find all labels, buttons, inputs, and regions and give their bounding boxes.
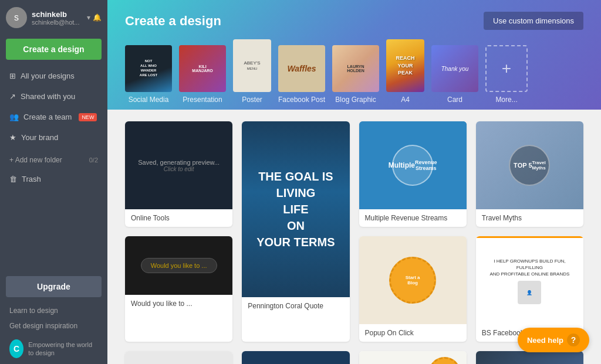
star-icon: ★: [9, 133, 16, 142]
create-panel-top: Create a design Use custom dimensions: [125, 12, 583, 30]
design-thumb: TOP 5TravelMyths: [476, 121, 583, 209]
design-inspiration-link[interactable]: Get design inspiration: [0, 318, 107, 334]
design-card-revenue[interactable]: MultipleRevenueStreams Multiple Revenue …: [359, 121, 467, 227]
user-info: schinkelb schinkelb@hot...: [32, 10, 82, 26]
dropdown-icon[interactable]: ▾: [87, 13, 90, 22]
template-social-media[interactable]: NOTALL WHOWANDERARE LOST Social Media: [125, 45, 172, 110]
page-title: Create a design: [125, 13, 221, 29]
canva-branding: C Empowering the world to design: [0, 334, 107, 364]
main-content: Create a design Use custom dimensions NO…: [107, 0, 601, 364]
design-title: Pennington Coral Quote: [242, 297, 349, 315]
design-thumb: 🎯 HOSTING: [476, 351, 583, 364]
sidebar-item-trash[interactable]: 🗑 Trash: [0, 169, 107, 189]
design-preview-text: Saved, generating preview...: [138, 159, 220, 166]
template-poster[interactable]: ABEY'SMENU Poster: [233, 39, 271, 110]
folder-count: 0/2: [89, 157, 98, 164]
designs-grid: Saved, generating preview... Click to ed…: [125, 121, 583, 364]
sidebar-item-label: Shared with you: [21, 92, 75, 101]
sidebar-item-create-team[interactable]: 👥 Create a team NEW: [0, 107, 107, 127]
design-thumb: Would you like to ...: [125, 236, 232, 295]
sidebar: s schinkelb schinkelb@hot... ▾ 🔔 Create …: [0, 0, 107, 364]
template-presentation[interactable]: KILIMANJARO Presentation: [179, 45, 226, 110]
design-thumb: Saved, generating preview... Click to ed…: [125, 121, 232, 209]
need-help-button[interactable]: Need help ?: [518, 328, 589, 352]
template-label: Card: [447, 96, 462, 110]
templates-row: NOTALL WHOWANDERARE LOST Social Media KI…: [125, 39, 583, 110]
sidebar-item-all-designs[interactable]: ⊞ All your designs: [0, 66, 107, 86]
design-thumb: Start aBlog: [359, 236, 467, 324]
template-card[interactable]: Thank you Card: [431, 45, 478, 110]
canva-tagline: Empowering the world to design: [28, 341, 98, 358]
design-thumb: 📢 Promotion: [242, 351, 349, 364]
template-more[interactable]: + More...: [485, 45, 528, 110]
more-icon: +: [485, 45, 528, 92]
design-card-last[interactable]: 🎯 HOSTING: [476, 351, 583, 364]
upgrade-button[interactable]: Upgrade: [6, 276, 102, 297]
sidebar-spacer: [0, 189, 107, 270]
design-thumb: THE GOAL ISLIVINGLIFEONYOUR TERMS: [242, 121, 349, 297]
design-thumb: Start aBlogName: [125, 351, 232, 364]
help-icon: ?: [567, 334, 580, 346]
add-folder[interactable]: + Add new folder 0/2: [0, 151, 107, 169]
username: schinkelb: [32, 10, 82, 19]
create-design-button[interactable]: Create a design: [6, 39, 102, 60]
template-a4[interactable]: REACHYOURPEAK A4: [386, 39, 424, 110]
create-panel: Create a design Use custom dimensions NO…: [107, 0, 601, 110]
design-thumb: MultipleRevenueStreams: [359, 121, 467, 209]
canva-logo: C: [9, 339, 23, 358]
design-title: Travel Myths: [476, 209, 583, 227]
sidebar-item-label: Your brand: [21, 133, 58, 142]
design-title: Would you like to ...: [125, 295, 232, 312]
new-badge: NEW: [79, 113, 97, 121]
design-card-pennington[interactable]: THE GOAL ISLIVINGLIFEONYOUR TERMS Pennin…: [242, 121, 349, 342]
template-label: Social Media: [129, 96, 169, 110]
design-title: Multiple Revenue Streams: [359, 209, 467, 227]
share-icon: ↗: [9, 92, 16, 101]
sidebar-item-your-brand[interactable]: ★ Your brand: [0, 127, 107, 148]
custom-dimensions-button[interactable]: Use custom dimensions: [484, 12, 583, 30]
sidebar-item-label: All your designs: [21, 72, 75, 80]
template-label: More...: [495, 96, 517, 110]
bell-icon[interactable]: 🔔: [93, 13, 102, 22]
users-icon: 👥: [9, 113, 19, 121]
design-card-promote-blog[interactable]: 📢 Promotion Promote Your Blog: [242, 351, 349, 364]
sidebar-header: s schinkelb schinkelb@hot... ▾ 🔔: [0, 0, 107, 35]
design-thumb: I HELP GROWNUPS BUILD FUN, FULFILLINGAND…: [476, 236, 583, 324]
add-folder-label: + Add new folder: [9, 156, 62, 164]
need-help-label: Need help: [527, 336, 563, 345]
template-label: Facebook Post: [278, 96, 325, 110]
template-label: Blog Graphic: [335, 96, 376, 110]
design-preview-sub: Click to edit: [138, 166, 220, 172]
template-facebook-post[interactable]: Waffles Facebook Post: [278, 45, 325, 110]
design-title: Popup On Click: [359, 324, 467, 342]
avatar: s: [6, 7, 27, 28]
design-card-bs-facebook[interactable]: I HELP GROWNUPS BUILD FUN, FULFILLINGAND…: [476, 236, 583, 342]
header-icons: ▾ 🔔: [87, 13, 102, 22]
sidebar-item-label: Create a team: [23, 113, 72, 121]
template-label: Poster: [242, 96, 262, 110]
learn-design-link[interactable]: Learn to design: [0, 303, 107, 318]
template-label: Presentation: [183, 96, 222, 110]
design-card-online-tools[interactable]: Saved, generating preview... Click to ed…: [125, 121, 232, 227]
template-blog-graphic[interactable]: LAURYNHOLDEN Blog Graphic: [332, 45, 379, 110]
design-card-travel-blog[interactable]: Start aBlogName Start a Travel Blog: [125, 351, 232, 364]
trash-label: Trash: [22, 175, 41, 183]
grid-icon: ⊞: [9, 72, 16, 80]
designs-area: Saved, generating preview... Click to ed…: [107, 110, 601, 364]
design-card-would-like[interactable]: Would you like to ... Would you like to …: [125, 236, 232, 342]
design-card-authority[interactable]: PersonofAuthority 🦸‍♀️ 🦸 Person of Autho…: [359, 351, 467, 364]
design-preview-btn: Would you like to ...: [141, 258, 217, 273]
trash-icon: 🗑: [9, 175, 17, 183]
design-thumb: PersonofAuthority 🦸‍♀️ 🦸: [359, 351, 467, 364]
design-card-popup[interactable]: Start aBlog Popup On Click: [359, 236, 467, 342]
design-title: Online Tools: [125, 209, 232, 227]
useremail: schinkelb@hot...: [32, 19, 82, 26]
design-card-travel-myths[interactable]: TOP 5TravelMyths Travel Myths: [476, 121, 583, 227]
template-label: A4: [401, 96, 410, 110]
sidebar-item-shared[interactable]: ↗ Shared with you: [0, 86, 107, 107]
